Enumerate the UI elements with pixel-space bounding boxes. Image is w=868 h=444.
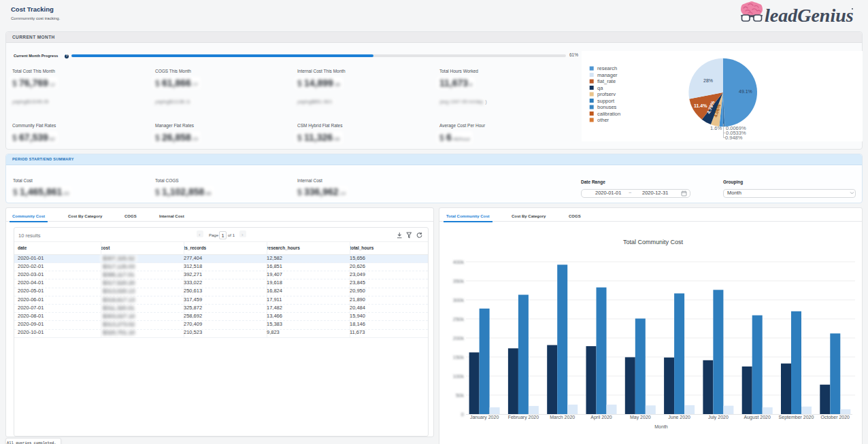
svg-text:49.1%: 49.1% [739, 89, 752, 94]
svg-text:other: other [597, 117, 610, 123]
svg-text:May 2020: May 2020 [630, 415, 651, 420]
svg-text:April 2020: April 2020 [590, 415, 612, 420]
svg-text:profserv: profserv [597, 91, 616, 97]
svg-text:Total Community Cost: Total Community Cost [623, 239, 684, 245]
svg-text:100k: 100k [453, 373, 465, 379]
svg-text:March 2020: March 2020 [550, 415, 575, 420]
svg-text:support: support [597, 98, 615, 104]
svg-text:research: research [597, 65, 617, 71]
svg-text:July 2020: July 2020 [708, 415, 729, 420]
svg-text:350k: 350k [453, 278, 465, 284]
svg-text:28%: 28% [703, 78, 713, 83]
svg-text:300k: 300k [453, 297, 465, 303]
svg-text:calibration: calibration [597, 111, 620, 117]
svg-text:January 2020: January 2020 [470, 415, 499, 420]
svg-text:400k: 400k [453, 259, 465, 265]
svg-text:September 2020: September 2020 [779, 415, 814, 420]
svg-text:200k: 200k [453, 335, 465, 341]
svg-text:manager: manager [597, 72, 618, 78]
svg-text:qa: qa [597, 85, 603, 91]
svg-text:0: 0 [461, 411, 464, 417]
svg-text:bonuses: bonuses [597, 104, 617, 110]
svg-text:Month: Month [654, 424, 668, 429]
svg-text:February 2020: February 2020 [508, 415, 539, 420]
svg-text:11.4%: 11.4% [694, 103, 707, 108]
svg-text:50k: 50k [456, 392, 464, 398]
svg-text:250k: 250k [453, 316, 465, 322]
svg-text:October 2020: October 2020 [821, 415, 850, 420]
svg-text:June 2020: June 2020 [668, 415, 690, 420]
svg-text:leadGenius: leadGenius [765, 5, 854, 26]
svg-text:0.948%: 0.948% [725, 135, 743, 141]
svg-text:150k: 150k [453, 354, 465, 360]
svg-text:August 2020: August 2020 [744, 415, 771, 420]
svg-text:flat_rate: flat_rate [597, 78, 616, 84]
svg-text:1.6%: 1.6% [710, 125, 722, 131]
